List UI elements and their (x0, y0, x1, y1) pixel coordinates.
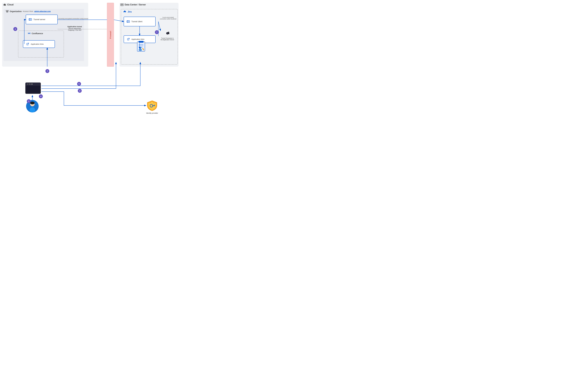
step-4-label: 4 (40, 95, 41, 98)
clipboard-illustration: ★ ★ (136, 40, 147, 53)
svg-rect-1 (7, 10, 8, 11)
svg-point-36 (139, 49, 142, 51)
org-icon (6, 10, 9, 13)
app-links-confluence-box: Application links (23, 40, 55, 48)
svg-point-29 (168, 32, 169, 33)
step-1-label: 1 (28, 100, 29, 102)
incoming-label: Incoming encrypted connection using tunn… (58, 18, 88, 19)
org-access-link: admin.atlassian.com (34, 10, 51, 12)
datacenter-label: Data Center / Server (120, 3, 146, 6)
svg-point-35 (139, 47, 141, 49)
tunnel-client-box: Tunnel client (124, 17, 156, 26)
step-circle-3: 3 (78, 89, 82, 93)
step-circle-7a: 7 (45, 69, 49, 73)
tunnel-server-icon (29, 18, 32, 21)
confluence-icon (28, 32, 30, 35)
app-links-confluence-label: Application links (31, 43, 44, 45)
tunnel-server-box: Tunnel server (26, 14, 58, 24)
tunnel-client-label: Tunnel client (131, 20, 142, 23)
svg-line-12 (28, 43, 29, 44)
app-tunnel-subtitle2: Outgoing / Port 443 (68, 29, 81, 31)
svg-rect-8 (29, 19, 30, 20)
svg-rect-20 (127, 21, 128, 22)
svg-point-43 (29, 84, 30, 85)
step-circle-7b: 7 (155, 30, 159, 34)
svg-point-47 (30, 102, 35, 104)
app-tunnel-subtitle1: Secure websocket (68, 28, 81, 29)
step-circle-2: 2 (13, 27, 17, 31)
svg-text:★: ★ (150, 102, 151, 103)
org-label: Organization Access it from admin.atlass… (6, 10, 51, 13)
svg-point-44 (31, 84, 33, 85)
svg-line-24 (128, 38, 129, 39)
step-2-label: 2 (15, 28, 16, 30)
app-links-jira-label: Application links (131, 38, 144, 40)
svg-point-28 (167, 33, 168, 34)
identity-provider: ★ ★ ★ Identity provider (146, 100, 158, 114)
svg-rect-0 (6, 10, 7, 11)
server-icon (120, 3, 123, 6)
step-5-label: 5 (78, 83, 79, 85)
jira-icon (123, 10, 127, 14)
firewall-bar: Firewall (107, 3, 114, 67)
svg-point-27 (168, 33, 169, 34)
cloud-title: Cloud (7, 3, 14, 6)
identity-provider-icon: ★ ★ ★ (146, 100, 158, 111)
svg-text:★: ★ (144, 42, 146, 43)
identity-provider-label: Identity provider (146, 112, 158, 114)
svg-rect-31 (139, 41, 144, 43)
tunnel-connector-box: Tunnel Connector in the Application Serv… (160, 30, 174, 41)
svg-point-49 (29, 107, 35, 112)
svg-point-9 (31, 19, 31, 19)
step-3-label: 3 (79, 90, 80, 92)
svg-point-15 (123, 4, 123, 4)
jira-title: Jira (128, 11, 131, 13)
tunnel-client-icon (126, 20, 130, 23)
svg-point-16 (123, 5, 123, 6)
diagram-container: Cloud Organization Access it from admin.… (0, 0, 181, 125)
firewall-label: Firewall (109, 31, 112, 39)
org-title: Organization (10, 10, 22, 13)
connector-icon (165, 30, 170, 36)
app-tunnel-title: Application tunnel (67, 26, 82, 28)
step-7b-label: 7 (156, 31, 157, 33)
cloud-icon (3, 3, 6, 6)
org-access-text: Access it from (23, 10, 33, 12)
confluence-title: Confluence (32, 32, 43, 35)
svg-text:★: ★ (154, 104, 155, 105)
cloud-label: Cloud (3, 3, 14, 6)
jira-label: Jira (123, 10, 131, 14)
svg-text:★: ★ (153, 102, 154, 103)
app-links-jira-icon (126, 38, 130, 41)
local-unencrypted-label: Local unencrypted connection within loca… (159, 17, 177, 20)
step-circle-5: 5 (77, 82, 81, 86)
tunnel-server-label: Tunnel server (33, 18, 45, 21)
app-links-confluence-icon (26, 42, 29, 46)
tunnel-connector-label: Tunnel Connector in the Application Serv… (160, 38, 174, 41)
svg-text:★: ★ (137, 42, 138, 43)
step-circle-4: 4 (39, 94, 43, 98)
app-tunnel-label: Application tunnel Secure websocket Outg… (67, 26, 82, 31)
step-circle-1: 1 (27, 99, 31, 103)
svg-point-21 (129, 21, 129, 21)
confluence-label: Confluence (28, 32, 43, 35)
browser-icon (25, 82, 41, 94)
svg-point-42 (27, 84, 29, 85)
step-7a-label: 7 (47, 70, 48, 72)
datacenter-title: Data Center / Server (125, 3, 146, 6)
